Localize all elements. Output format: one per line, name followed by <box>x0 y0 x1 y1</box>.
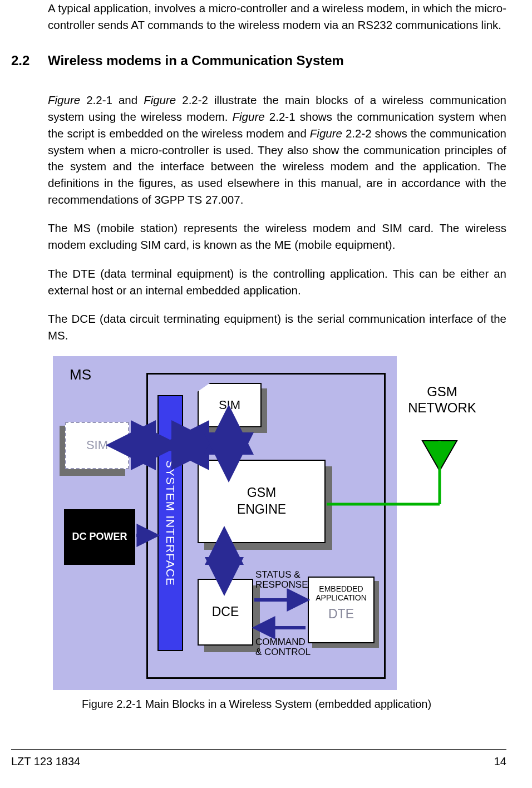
paragraph-2: The MS (mobile station) represents the w… <box>48 220 506 253</box>
embedded-app-label: EMBEDDED APPLICATION <box>309 584 373 602</box>
block-diagram: MS SIM DC POWER SYSTEM INTERFACE SIM GSM… <box>53 356 481 690</box>
sim-external: SIM <box>65 422 129 469</box>
dce-block: DCE <box>198 579 253 646</box>
paragraph-4: The DCE (data circuit terminating equipm… <box>48 311 506 343</box>
ms-label: MS <box>70 366 91 383</box>
figure-ref: Figure <box>48 93 80 106</box>
paragraph-1: Figure 2.2-1 and Figure 2.2-2 illustrate… <box>48 92 506 208</box>
dc-power-label: DC POWER <box>72 530 127 543</box>
section-heading: 2.2 Wireless modems in a Communication S… <box>11 53 506 68</box>
status-response-label: STATUS & RESPONSE <box>255 570 308 590</box>
figure-ref: Figure <box>310 127 342 140</box>
doc-number: LZT 123 1834 <box>11 755 80 768</box>
text: 2.2-1 and <box>80 93 144 106</box>
system-interface-block: SYSTEM INTERFACE <box>157 395 183 651</box>
page-number: 14 <box>494 755 506 768</box>
section-number: 2.2 <box>11 53 48 68</box>
paragraph-3: The DTE (data terminal equipment) is the… <box>48 265 506 298</box>
page-footer: LZT 123 1834 14 <box>11 749 506 768</box>
sim-internal: SIM <box>198 383 262 427</box>
figure-caption: Figure 2.2-1 Main Blocks in a Wireless S… <box>82 698 506 711</box>
section-title: Wireless modems in a Communication Syste… <box>48 53 344 68</box>
system-interface-label: SYSTEM INTERFACE <box>164 460 177 586</box>
gsm-engine-label: GSM ENGINE <box>237 485 286 518</box>
figure-ref: Figure <box>233 110 265 123</box>
dte-label: DTE <box>309 607 373 622</box>
gsm-network-label: GSM NETWORK <box>405 384 480 416</box>
figure-ref: Figure <box>144 93 176 106</box>
dte-block: EMBEDDED APPLICATION DTE <box>308 577 375 643</box>
command-control-label: COMMAND & CONTROL <box>255 637 311 658</box>
svg-marker-7 <box>422 441 457 471</box>
intro-paragraph: A typical application, involves a micro-… <box>48 0 506 33</box>
dc-power-block: DC POWER <box>64 509 135 565</box>
gsm-engine-block: GSM ENGINE <box>198 460 326 543</box>
